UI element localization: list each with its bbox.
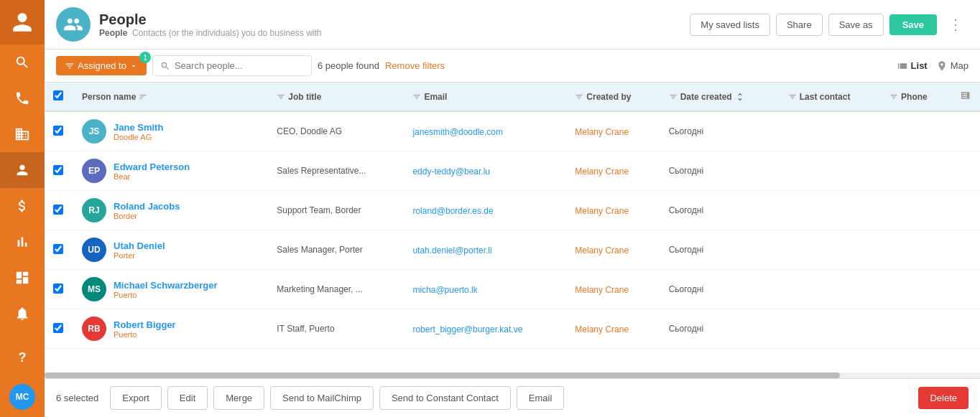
save-as-button[interactable]: Save as bbox=[828, 14, 884, 36]
delete-button[interactable]: Delete bbox=[918, 387, 969, 409]
phone-cell bbox=[881, 270, 951, 309]
header-actions: My saved lists Share Save as Save ⋮ bbox=[690, 13, 969, 36]
phone-cell bbox=[881, 191, 951, 230]
sidebar-item-deals[interactable] bbox=[0, 188, 45, 224]
phone-cell bbox=[881, 151, 951, 191]
more-options-icon[interactable]: ⋮ bbox=[943, 13, 969, 36]
email-cell: utah.deniel@porter.li bbox=[404, 230, 566, 270]
filter-icon-last-contact[interactable] bbox=[788, 93, 797, 101]
send-mailchimp-button[interactable]: Send to MailChimp bbox=[270, 386, 374, 410]
row-checkbox[interactable] bbox=[53, 244, 63, 254]
person-name[interactable]: Michael Schwarzberger bbox=[114, 280, 218, 291]
view-toggle: List Map bbox=[897, 60, 969, 72]
horizontal-scrollbar[interactable] bbox=[45, 373, 980, 378]
person-name-cell: JS Jane Smith Doodle AG bbox=[73, 111, 268, 151]
person-icon bbox=[14, 162, 30, 178]
row-checkbox[interactable] bbox=[53, 126, 63, 136]
person-name[interactable]: Edward Peterson bbox=[114, 161, 190, 172]
email-link[interactable]: eddy-teddy@bear.lu bbox=[412, 167, 490, 177]
edit-button[interactable]: Edit bbox=[167, 386, 208, 410]
phone-cell bbox=[881, 309, 951, 349]
person-name[interactable]: Jane Smith bbox=[114, 122, 163, 133]
chart-icon bbox=[14, 234, 30, 250]
results-count: 6 people found bbox=[318, 60, 379, 71]
email-cell: micha@puerto.lk bbox=[404, 270, 566, 309]
search-box-icon bbox=[160, 61, 170, 71]
save-button[interactable]: Save bbox=[889, 14, 937, 35]
people-table-container: Person name Job title Email bbox=[45, 83, 980, 373]
created-by-name[interactable]: Melany Crane bbox=[575, 285, 629, 295]
sidebar-item-dashboard[interactable] bbox=[0, 260, 45, 296]
row-checkbox-cell bbox=[45, 111, 73, 151]
sort-asc-desc-icon[interactable] bbox=[735, 92, 745, 102]
created-by-name[interactable]: Melany Crane bbox=[575, 127, 629, 137]
sidebar-item-people[interactable] bbox=[0, 152, 45, 188]
date-created-cell: Сьогодні bbox=[660, 230, 780, 270]
email-link[interactable]: robert_bigger@burger.kat.ve bbox=[412, 324, 522, 334]
sidebar-item-phone[interactable] bbox=[0, 80, 45, 116]
row-checkbox[interactable] bbox=[53, 284, 63, 294]
col-date-created: Date created bbox=[660, 83, 780, 111]
row-checkbox[interactable] bbox=[53, 205, 63, 215]
created-by-name[interactable]: Melany Crane bbox=[575, 245, 629, 256]
person-company[interactable]: Puerto bbox=[114, 291, 218, 299]
email-link[interactable]: micha@puerto.lk bbox=[412, 285, 477, 295]
sidebar-item-search[interactable] bbox=[0, 44, 45, 80]
filter-button[interactable]: Assigned to 1 bbox=[56, 56, 147, 75]
created-by-name[interactable]: Melany Crane bbox=[575, 167, 629, 177]
sidebar-item-notifications[interactable] bbox=[0, 296, 45, 332]
person-name[interactable]: Roland Jacobs bbox=[114, 201, 180, 212]
share-button[interactable]: Share bbox=[776, 14, 823, 36]
person-avatar: RJ bbox=[82, 198, 106, 222]
created-by-name[interactable]: Melany Crane bbox=[575, 324, 629, 334]
sidebar-item-reports[interactable] bbox=[0, 224, 45, 260]
person-name-cell: RJ Roland Jacobs Border bbox=[73, 191, 268, 230]
person-name[interactable]: Utah Deniel bbox=[114, 240, 165, 251]
email-link[interactable]: roland@border.es.de bbox=[412, 206, 493, 216]
sort-icon-person[interactable] bbox=[139, 93, 147, 101]
col-person-name: Person name bbox=[73, 83, 268, 111]
row-checkbox[interactable] bbox=[53, 323, 63, 333]
person-company[interactable]: Border bbox=[114, 212, 180, 220]
my-saved-lists-button[interactable]: My saved lists bbox=[690, 14, 770, 36]
page-title: People bbox=[99, 11, 322, 28]
merge-button[interactable]: Merge bbox=[213, 386, 264, 410]
page-header-icon bbox=[56, 7, 91, 42]
sidebar-item-buildings[interactable] bbox=[0, 116, 45, 152]
email-cell: robert_bigger@burger.kat.ve bbox=[404, 309, 566, 349]
user-avatar[interactable]: MC bbox=[9, 384, 35, 410]
phone-cell bbox=[881, 230, 951, 270]
email-cell: eddy-teddy@bear.lu bbox=[404, 151, 566, 191]
table-row: EP Edward Peterson Bear Sales Representa… bbox=[45, 151, 980, 191]
person-company[interactable]: Puerto bbox=[114, 330, 176, 339]
filter-icon-job[interactable] bbox=[277, 93, 285, 101]
filter-icon-date[interactable] bbox=[669, 93, 678, 101]
search-input[interactable] bbox=[175, 60, 304, 71]
search-box bbox=[152, 55, 312, 76]
person-company[interactable]: Doodle AG bbox=[114, 133, 163, 141]
date-created-cell: Сьогодні bbox=[660, 111, 780, 151]
row-extra-cell bbox=[951, 230, 980, 270]
person-company[interactable]: Bear bbox=[114, 172, 190, 181]
email-link[interactable]: janesmith@doodle.com bbox=[412, 127, 503, 137]
export-button[interactable]: Export bbox=[110, 386, 162, 410]
sidebar-item-help[interactable]: ? bbox=[0, 340, 45, 376]
filter-icon-created-by[interactable] bbox=[575, 93, 583, 101]
map-view-button[interactable]: Map bbox=[936, 60, 969, 72]
email-link[interactable]: utah.deniel@porter.li bbox=[412, 245, 491, 256]
table-row: RB Robert Bigger Puerto IT Staff, Puerto… bbox=[45, 309, 980, 349]
remove-filters-link[interactable]: Remove filters bbox=[385, 60, 445, 71]
filter-icon-phone[interactable] bbox=[889, 93, 898, 101]
person-company[interactable]: Porter bbox=[114, 251, 165, 260]
email-button[interactable]: Email bbox=[517, 386, 565, 410]
list-view-button[interactable]: List bbox=[897, 60, 928, 72]
select-all-checkbox[interactable] bbox=[53, 90, 63, 100]
column-settings-icon[interactable] bbox=[960, 90, 971, 101]
send-constant-contact-button[interactable]: Send to Constant Contact bbox=[379, 386, 511, 410]
created-by-name[interactable]: Melany Crane bbox=[575, 206, 629, 216]
filter-icon-email[interactable] bbox=[412, 93, 421, 101]
job-title-cell: Sales Manager, Porter bbox=[268, 230, 404, 270]
row-extra-cell bbox=[951, 270, 980, 309]
person-name[interactable]: Robert Bigger bbox=[114, 319, 176, 330]
row-checkbox[interactable] bbox=[53, 165, 63, 175]
